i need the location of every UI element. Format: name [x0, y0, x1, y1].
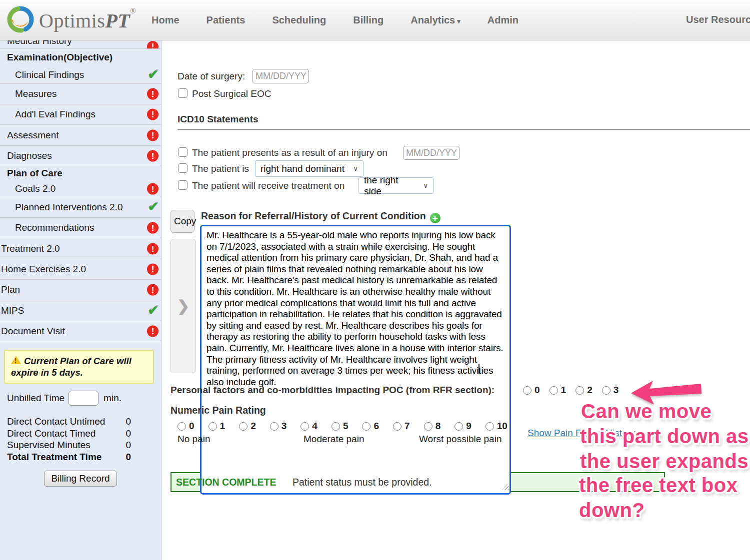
optimispt-logo[interactable]: OptimisPT®	[6, 5, 136, 34]
pain-radio-4[interactable]: 4	[300, 421, 318, 432]
main-content: Date of surgery: Post Surgical EOC ICD10…	[162, 40, 750, 560]
radio-icon	[602, 386, 610, 395]
pain-radio-9[interactable]: 9	[454, 421, 472, 432]
pf-radio-0[interactable]: 0	[523, 385, 540, 396]
error-icon: !	[147, 325, 158, 337]
sidebar-item-label: Clinical Findings	[15, 69, 84, 80]
check-icon: ✔	[148, 68, 158, 81]
sidebar-item-assessment[interactable]: Assessment !	[0, 124, 161, 145]
pain-radio-1[interactable]: 1	[208, 421, 226, 432]
pain-radio-8[interactable]: 8	[424, 421, 441, 432]
sidebar-item-home-exercises[interactable]: Home Exercises 2.0 !	[0, 259, 161, 279]
sidebar-item-addl-eval-findings[interactable]: Add'l Eval Findings !	[0, 104, 161, 124]
sidebar-group-plan-of-care: Plan of Care Goals 2.0 !	[0, 166, 161, 197]
sidebar-item-goals[interactable]: Goals 2.0 !	[0, 180, 161, 197]
expand-panel-button[interactable]: ❯	[170, 239, 196, 373]
nav-analytics[interactable]: Analytics▾	[410, 14, 460, 26]
radio-icon	[300, 422, 309, 431]
sidebar-item-label: Recommendations	[15, 222, 94, 233]
hand-dominance-checkbox[interactable]	[178, 163, 188, 173]
error-icon: !	[147, 88, 158, 100]
warning-triangle-icon: !	[11, 356, 21, 364]
treatment-side-select[interactable]: the right side∨	[358, 177, 434, 194]
billing-record-button[interactable]: Billing Record	[44, 471, 117, 487]
pain-radio-10[interactable]: 10	[486, 421, 508, 432]
sidebar-item-label: Add'l Eval Findings	[15, 109, 96, 120]
injury-statement-checkbox[interactable]	[178, 147, 188, 157]
nav-billing[interactable]: Billing	[353, 14, 384, 26]
pain-radio-0[interactable]: 0	[178, 421, 194, 432]
personal-factors-label: Personal factors and co-morbidities impa…	[170, 385, 494, 396]
copy-button[interactable]: Copy	[170, 210, 194, 233]
error-icon: !	[147, 264, 158, 275]
selected-value: right hand dominant	[260, 163, 344, 174]
plus-circle-icon[interactable]: +	[430, 213, 440, 223]
stat-label: Supervised Minutes	[7, 439, 90, 451]
sidebar-item-plan[interactable]: Plan !	[0, 279, 161, 300]
sidebar-item-clinical-findings[interactable]: Clinical Findings ✔	[0, 66, 161, 83]
chevron-down-icon: ∨	[423, 182, 428, 189]
stat-label: Direct Contact Timed	[7, 428, 96, 440]
nav-patients[interactable]: Patients	[206, 14, 246, 26]
show-pain-rating-history-link[interactable]: Show Pain Rating History	[528, 428, 635, 439]
nav-home[interactable]: Home	[152, 14, 180, 26]
radio-icon	[393, 422, 402, 431]
radio-icon	[270, 422, 278, 431]
pf-radio-2[interactable]: 2	[576, 385, 592, 396]
sidebar-item-label: Medical History	[7, 40, 72, 46]
pain-radio-2[interactable]: 2	[239, 421, 256, 432]
pf-radio-3[interactable]: 3	[602, 385, 619, 396]
unbilled-time-input[interactable]	[68, 391, 98, 406]
sidebar-item-label: Measures	[15, 88, 56, 99]
post-surgical-eoc-label: Post Surgical EOC	[192, 88, 271, 99]
rfr-heading: Reason for Referral/History of Current C…	[201, 210, 440, 223]
radio-icon	[486, 422, 494, 431]
treatment-side-checkbox[interactable]	[178, 180, 188, 190]
poc-expiry-warning: !Current Plan of Care will expire in 5 d…	[4, 350, 154, 384]
pain-radio-7[interactable]: 7	[393, 421, 410, 432]
nav-user-resources[interactable]: User Resources	[686, 14, 750, 25]
nav-scheduling[interactable]: Scheduling	[272, 14, 326, 26]
sidebar-item-examination-objective[interactable]: Examination(Objective)	[0, 49, 161, 66]
radio-icon	[523, 386, 532, 395]
sidebar-item-planned-interventions[interactable]: Planned Interventions 2.0 ✔	[0, 197, 161, 217]
injury-statement-label: The patient presents as a result of an i…	[192, 147, 388, 158]
sidebar-item-recommendations[interactable]: Recommendations !	[0, 217, 161, 238]
radio-icon	[208, 422, 217, 431]
nav-admin[interactable]: Admin	[488, 14, 518, 26]
sidebar-item-treatment[interactable]: Treatment 2.0 !	[0, 238, 161, 259]
sidebar-item-mips[interactable]: MIPS ✔	[0, 300, 161, 321]
sidebar-item-measures[interactable]: Measures !	[0, 83, 161, 104]
pain-radio-6[interactable]: 6	[362, 421, 379, 432]
pain-anchor-moderate: Moderate pain	[304, 434, 364, 445]
hand-dominance-select[interactable]: right hand dominant∨	[255, 160, 364, 177]
pain-radio-5[interactable]: 5	[332, 421, 348, 432]
personal-factors-radios: 0 1 2 3	[523, 385, 618, 396]
sidebar-item-label: Examination(Objective)	[7, 52, 112, 63]
error-icon: !	[147, 129, 158, 141]
unbilled-time-label: Unbilled Time	[7, 393, 64, 404]
post-surgical-eoc-checkbox[interactable]	[178, 88, 188, 98]
treatment-time-summary: Direct Contact Untimed0 Direct Contact T…	[7, 416, 131, 463]
pain-anchor-worst: Worst possible pain	[419, 434, 502, 445]
pain-radio-3[interactable]: 3	[270, 421, 287, 432]
sidebar-item-label: Plan	[1, 284, 20, 295]
error-icon: !	[147, 109, 158, 120]
primary-nav: Home Patients Scheduling Billing Analyti…	[152, 0, 518, 40]
optimispt-logo-icon	[6, 5, 35, 34]
sidebar-item-diagnoses[interactable]: Diagnoses !	[0, 145, 161, 166]
rfr-textarea[interactable]: Mr. Healthcare is a 55-year-old male who…	[200, 225, 511, 495]
document-sections-sidebar: Medical History ! Examination(Objective)…	[0, 40, 162, 560]
sidebar-item-label: Diagnoses	[7, 150, 52, 161]
injury-date-input[interactable]	[403, 146, 460, 160]
sidebar-item-medical-history[interactable]: Medical History !	[0, 40, 161, 48]
sidebar-item-document-visit[interactable]: Document Visit !	[0, 321, 161, 341]
sidebar-item-plan-of-care[interactable]: Plan of Care	[0, 166, 161, 180]
section-status-message: Patient status must be provided.	[292, 477, 432, 488]
check-icon: ✔	[148, 201, 158, 214]
error-icon: !	[147, 284, 158, 296]
pf-radio-1[interactable]: 1	[550, 385, 566, 396]
date-of-surgery-input[interactable]	[252, 69, 309, 83]
radio-icon	[550, 386, 558, 395]
sidebar-group-examination: Examination(Objective) Clinical Findings…	[0, 49, 161, 83]
